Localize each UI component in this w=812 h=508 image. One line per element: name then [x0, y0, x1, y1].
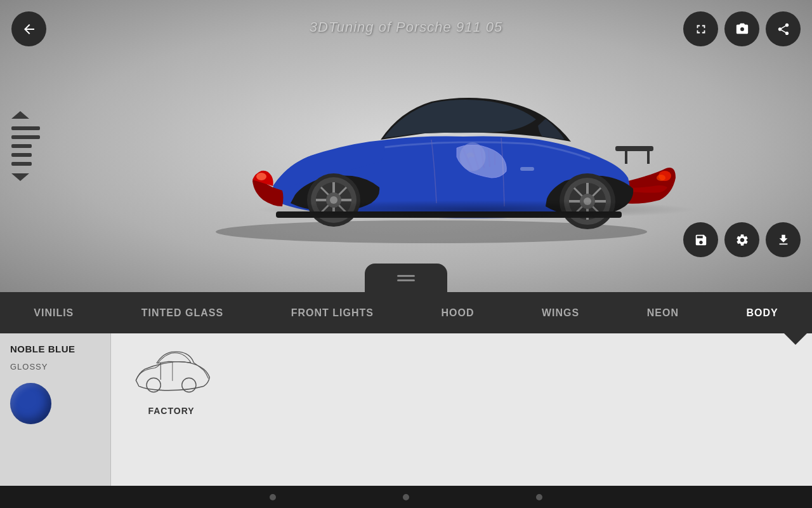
tab-vinilis[interactable]: VINILIS: [23, 302, 84, 324]
top-action-buttons: [683, 11, 801, 46]
tool-line-4: [11, 153, 32, 157]
tool-line-3: [11, 144, 32, 148]
svg-rect-31: [625, 148, 627, 164]
download-button[interactable]: [766, 222, 801, 257]
dot-2: [403, 494, 409, 500]
tool-line-5: [11, 162, 32, 166]
tab-hood[interactable]: HOOD: [431, 302, 484, 324]
handle-lines: [397, 275, 415, 281]
tab-handle[interactable]: [365, 264, 447, 292]
tab-wings[interactable]: WINGS: [532, 302, 589, 324]
handle-line-1: [397, 275, 415, 277]
color-panel: NOBLE BLUE GLOSSY: [0, 333, 111, 508]
ground-shadow: [254, 200, 698, 219]
car-display: [114, 44, 749, 254]
color-swatch[interactable]: [10, 383, 51, 424]
bottom-action-buttons: [683, 222, 801, 257]
page-title: 3DTuning of Porsche 911 05: [310, 19, 502, 36]
back-button[interactable]: [11, 11, 46, 46]
share-button[interactable]: [766, 11, 801, 46]
tool-line-2: [11, 135, 40, 139]
bottom-content: NOBLE BLUE GLOSSY: [0, 333, 812, 508]
camera-button[interactable]: [724, 11, 759, 46]
options-panel: FACTORY: [111, 333, 812, 508]
handle-line-2: [397, 279, 415, 281]
svg-point-35: [182, 378, 196, 392]
tool-arrow-bottom-icon: [11, 173, 29, 181]
left-toolbar: [11, 111, 40, 181]
save-button[interactable]: [683, 222, 718, 257]
tab-front-lights[interactable]: FRONT LIGHTS: [281, 302, 384, 324]
dot-3: [536, 494, 542, 500]
nav-arrow-icon: [784, 333, 807, 345]
factory-option[interactable]: FACTORY: [130, 346, 213, 495]
svg-point-8: [256, 173, 266, 180]
svg-point-7: [471, 154, 475, 157]
dot-1: [270, 494, 276, 500]
tab-neon[interactable]: NEON: [637, 302, 689, 324]
tool-arrow-top-icon: [11, 111, 29, 119]
body-wireframe-svg: [130, 346, 213, 397]
svg-rect-29: [520, 167, 534, 171]
svg-rect-32: [647, 148, 650, 164]
tab-tinted-glass[interactable]: TINTED GLASS: [131, 302, 233, 324]
nav-tabs: VINILIS TINTED GLASS FRONT LIGHTS HOOD W…: [0, 292, 812, 333]
settings-button[interactable]: [724, 222, 759, 257]
factory-label: FACTORY: [148, 406, 194, 416]
tool-line-1: [11, 126, 40, 130]
car-viewer: 3DTuning of Porsche 911 05: [0, 0, 812, 292]
color-name: NOBLE BLUE: [10, 344, 100, 354]
color-finish: GLOSSY: [10, 362, 100, 371]
fullscreen-button[interactable]: [683, 11, 718, 46]
svg-point-10: [657, 175, 665, 181]
tab-body[interactable]: BODY: [736, 302, 788, 324]
bottom-dots-bar: [0, 486, 812, 508]
